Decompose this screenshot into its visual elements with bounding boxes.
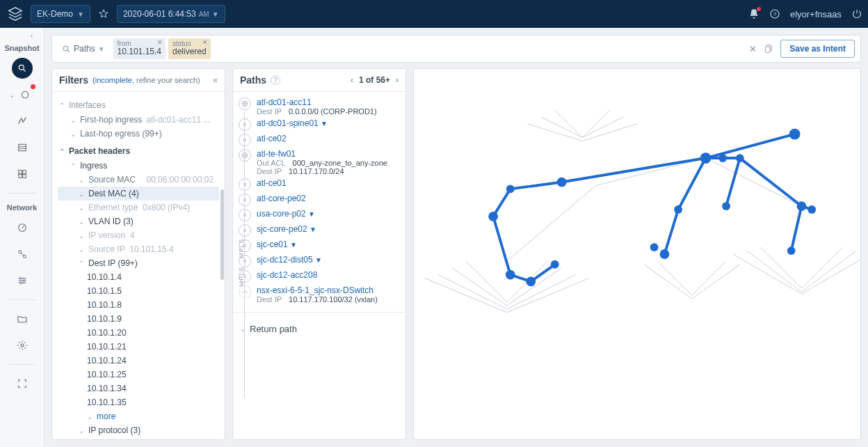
- rail-folder-button[interactable]: [12, 308, 33, 329]
- pager-prev[interactable]: ‹: [351, 75, 353, 85]
- rail-gauge-button[interactable]: [12, 217, 33, 238]
- row-l4-dest[interactable]: ⌃L4 dest port (1): [58, 437, 219, 439]
- filters-sub-text: , refine your search): [132, 76, 200, 84]
- row-ip-ver[interactable]: ⌄IP version 4: [58, 228, 219, 242]
- svg-point-31: [807, 205, 816, 214]
- svg-point-25: [506, 185, 515, 193]
- pager-label: 1 of 56+: [359, 75, 390, 85]
- topology-graph[interactable]: [413, 68, 861, 440]
- paths-panel: Paths ? ‹ 1 of 56+ › MPLS MPLS atl-dc01-…: [232, 68, 406, 440]
- scope-dropdown[interactable]: Paths ▼: [58, 44, 109, 54]
- chip-remove-icon[interactable]: ✕: [157, 40, 163, 47]
- row-first-hop[interactable]: ⌄First-hop ingress atl-dc01-acc11 ...: [58, 113, 219, 127]
- query-chip[interactable]: ✕statusdelivered: [168, 38, 211, 58]
- row-src-mac[interactable]: ⌄Source MAC 00:06:00:00:00:02: [58, 173, 219, 187]
- row-dest-ip-item[interactable]: 10.10.1.34: [58, 382, 219, 395]
- row-last-hop[interactable]: ⌄Last-hop egress (99+): [58, 127, 219, 141]
- row-vlan[interactable]: ⌄VLAN ID (3): [58, 214, 219, 228]
- path-hop[interactable]: atl-te-fw01Out ACL000_any-zone_to_any-zo…: [239, 148, 400, 177]
- row-dest-mac[interactable]: ⌄Dest MAC (4): [58, 187, 219, 201]
- row-ip-proto[interactable]: ⌄IP protocol (3): [58, 423, 219, 437]
- row-src-ip[interactable]: ⌄Source IP 10.101.15.4: [58, 242, 219, 256]
- hop-icon: ×: [239, 224, 251, 237]
- row-ingress[interactable]: ⌃Ingress: [58, 159, 219, 173]
- rail-grid-button[interactable]: [12, 164, 33, 185]
- path-hop[interactable]: nsx-esxi-6-5-1_sjc-nsx-DSwitchDest IP10.…: [239, 284, 400, 305]
- rail-path-button[interactable]: [12, 111, 33, 132]
- help-icon[interactable]: ?: [271, 75, 280, 85]
- path-hop[interactable]: ×sjc-ce01 ▼: [239, 238, 400, 253]
- chip-remove-icon[interactable]: ✕: [202, 40, 208, 47]
- rail-group-network: Network: [7, 203, 37, 212]
- workspace-select[interactable]: EK-Demo ▼: [31, 5, 90, 23]
- query-chip[interactable]: ✕from10.101.15.4: [113, 38, 166, 58]
- filters-title: Filters: [59, 74, 88, 86]
- pager-next[interactable]: ›: [396, 75, 399, 85]
- power-button[interactable]: [851, 8, 862, 19]
- rail-topology-button[interactable]: [12, 244, 33, 265]
- return-path-toggle[interactable]: ⌄Return path: [239, 320, 400, 338]
- section-packet-headers[interactable]: ⌃Packet headers: [58, 143, 219, 159]
- svg-point-26: [557, 178, 567, 187]
- snapshot-time-select[interactable]: 2020-06-01 6:44:53 AM ▼: [117, 5, 225, 23]
- mpls-label-2: MPLS: [238, 267, 245, 287]
- path-hop[interactable]: ×usa-core-p02 ▼: [239, 207, 400, 223]
- rail-search-button[interactable]: [12, 58, 33, 79]
- notification-dot-icon: [757, 7, 761, 11]
- path-hop[interactable]: ×sjc-dc12-dist05 ▼: [239, 253, 400, 269]
- row-dest-ip-item[interactable]: 10.10.1.21: [58, 340, 219, 354]
- query-clear-button[interactable]: ✕: [749, 44, 757, 54]
- svg-point-12: [19, 277, 22, 279]
- path-hop[interactable]: ×sjc-dc12-acc208: [239, 269, 400, 284]
- chevron-down-icon: ⌄: [9, 91, 15, 99]
- path-hop[interactable]: ×atl-core-pe02: [239, 192, 400, 207]
- row-dest-ip-item[interactable]: 10.10.1.24: [58, 354, 219, 368]
- section-interfaces[interactable]: ⌃Interfaces: [58, 97, 219, 113]
- row-dest-ip-item[interactable]: 10.10.1.25: [58, 368, 219, 382]
- left-rail: ‹ Snapshot ⌄ Network: [0, 28, 45, 447]
- help-button[interactable]: ?: [769, 8, 780, 19]
- path-hop[interactable]: atl-dc01-acc11Dest IP0.0.0.0/0 (CORP-PRO…: [239, 96, 400, 117]
- rail-collapse-icon[interactable]: ‹: [31, 32, 33, 40]
- notifications-button[interactable]: [748, 8, 760, 19]
- svg-text:?: ?: [773, 11, 777, 17]
- query-copy-button[interactable]: [764, 44, 773, 54]
- path-hop[interactable]: ×atl-ce01: [239, 177, 400, 192]
- filters-incomplete-link[interactable]: incomplete: [95, 76, 132, 84]
- hop-icon: [239, 97, 251, 110]
- rail-table-button[interactable]: [12, 137, 33, 158]
- svg-point-36: [674, 205, 682, 214]
- rail-group-snapshot: Snapshot: [4, 44, 39, 52]
- path-hop[interactable]: ×atl-ce02: [239, 132, 400, 148]
- hop-icon: ×: [239, 118, 251, 131]
- rail-settings-button[interactable]: [12, 335, 33, 356]
- save-intent-button[interactable]: Save as Intent: [780, 40, 855, 58]
- hop-name: nsx-esxi-6-5-1_sjc-nsx-DSwitch: [257, 285, 378, 295]
- main-area: Paths ▼ ✕from10.101.15.4✕statusdelivered…: [45, 28, 868, 447]
- row-dest-ip[interactable]: ⌃Dest IP (99+): [58, 256, 219, 270]
- row-dest-ip-item[interactable]: 10.10.1.35: [58, 395, 219, 409]
- app-logo-icon: [6, 4, 25, 24]
- hop-name: atl-te-fw01: [257, 149, 387, 159]
- favorite-button[interactable]: [95, 5, 113, 23]
- svg-point-3: [22, 91, 28, 97]
- row-more[interactable]: ⌄more: [58, 409, 219, 423]
- path-hop[interactable]: ×atl-dc01-spine01 ▼: [239, 117, 400, 132]
- path-hop[interactable]: ×sjc-core-pe02 ▼: [239, 223, 400, 238]
- content-row: Filters (incomplete, refine your search)…: [51, 68, 861, 440]
- svg-point-16: [63, 46, 68, 51]
- filters-body: ⌃Interfaces ⌄First-hop ingress atl-dc01-…: [52, 92, 225, 439]
- row-dest-ip-item[interactable]: 10.10.1.4: [58, 270, 219, 284]
- row-dest-ip-item[interactable]: 10.10.1.9: [58, 312, 219, 326]
- hop-icon: ×: [239, 194, 251, 206]
- rail-expand-button[interactable]: [12, 373, 33, 394]
- filters-collapse-icon[interactable]: «: [213, 75, 218, 85]
- rail-intent-button[interactable]: [15, 84, 35, 105]
- username[interactable]: elyor+fnsaas: [790, 9, 842, 19]
- row-dest-ip-item[interactable]: 10.10.1.8: [58, 298, 219, 312]
- rail-sliders-button[interactable]: [12, 270, 33, 291]
- row-dest-ip-item[interactable]: 10.10.1.5: [58, 284, 219, 298]
- row-eth-type[interactable]: ⌄Ethernet type 0x800 (IPv4): [58, 201, 219, 214]
- row-dest-ip-item[interactable]: 10.10.1.20: [58, 326, 219, 340]
- filters-header: Filters (incomplete, refine your search)…: [52, 69, 225, 92]
